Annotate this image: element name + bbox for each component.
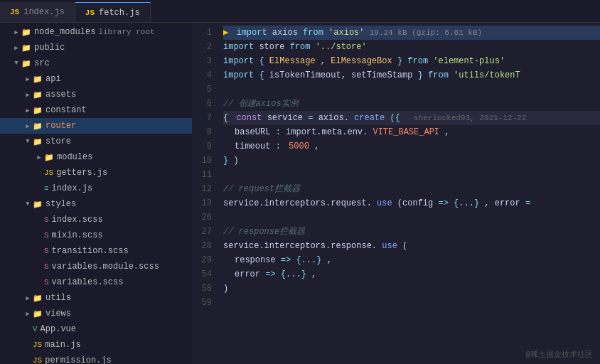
code-line-9: timeout : 5000 , <box>223 139 600 154</box>
tree-item-views[interactable]: ▶ 📁 views <box>0 306 192 321</box>
code-editor: 1 2 3 4 5 6 7 8 9 10 11 12 13 26 27 28 2… <box>192 23 600 364</box>
code-line-59 <box>223 296 600 310</box>
main-layout: ▶ 📁 node_modules library root ▶ 📁 public… <box>0 23 600 364</box>
code-text: , <box>444 127 449 137</box>
tab-fetch-js[interactable]: JS fetch.js <box>75 2 151 22</box>
watermark: @稀土掘金技术社区 <box>525 349 593 360</box>
code-line-10: } ) <box>223 154 600 168</box>
arrow: ▶ <box>23 294 33 302</box>
tree-item-variables-scss[interactable]: S variables.scss <box>0 274 192 290</box>
tree-item-utils[interactable]: ▶ 📁 utils <box>0 290 192 306</box>
item-label: transition.scss <box>52 246 129 256</box>
git-meta: sherlocked93, 2021-12-22 <box>414 114 526 122</box>
code-text: service.interceptors.response. <box>223 241 377 251</box>
code-text: , error <box>484 198 525 208</box>
folder-icon: 📁 <box>33 75 43 84</box>
code-line-7: { const service = axios. create ({ sherl… <box>223 111 600 125</box>
tree-item-main-js[interactable]: JS main.js <box>0 337 192 353</box>
code-text: import.meta.env. <box>286 127 368 137</box>
operator: => <box>265 269 275 279</box>
code-line-6: // 创建axios实例 <box>223 97 600 111</box>
folder-icon: 📁 <box>33 122 43 131</box>
folder-icon: 📁 <box>33 294 43 303</box>
arrow: ▶ <box>23 91 33 99</box>
folder-icon: 📁 <box>33 106 43 115</box>
tree-item-api[interactable]: ▶ 📁 api <box>0 71 192 87</box>
tree-item-src[interactable]: ▼ 📁 src <box>0 55 192 71</box>
tree-item-assets[interactable]: ▶ 📁 assets <box>0 87 192 102</box>
code-line-11 <box>223 168 600 182</box>
line-numbers: 1 2 3 4 5 6 7 8 9 10 11 12 13 26 27 28 2… <box>192 23 218 364</box>
tree-item-index-js[interactable]: ≡ index.js <box>0 181 192 196</box>
tree-item-app-vue[interactable]: V App.vue <box>0 321 192 337</box>
scss-icon: S <box>44 278 49 287</box>
code-text: { <box>223 113 228 123</box>
item-label: store <box>45 136 71 146</box>
operator: => <box>281 255 291 265</box>
comment: // response拦截器 <box>223 227 305 237</box>
tab-index-js[interactable]: JS index.js <box>0 2 75 22</box>
code-line-54: error => {...} , <box>223 267 600 282</box>
arrow: ▶ <box>23 122 33 130</box>
item-label: styles <box>45 199 76 209</box>
tree-item-modules[interactable]: ▶ 📁 modules <box>0 149 192 165</box>
keyword: import <box>223 56 254 66</box>
bracket: { <box>259 56 264 66</box>
code-text: ( <box>402 241 407 251</box>
tree-item-getters[interactable]: JS getters.js <box>0 165 192 181</box>
item-label: views <box>45 309 71 318</box>
tree-item-index-scss[interactable]: S index.scss <box>0 212 192 228</box>
tree-item-router[interactable]: ▶ 📁 router <box>0 118 192 134</box>
code-line-3: import { ElMessage , ElMessageBox } from… <box>223 54 600 68</box>
tree-item-permission[interactable]: JS permission.js <box>0 353 192 364</box>
tree-item-mixin-scss[interactable]: S mixin.scss <box>0 228 192 243</box>
tree-item-node-modules[interactable]: ▶ 📁 node_modules library root <box>0 24 192 40</box>
folder-icon: 📁 <box>33 137 43 146</box>
tree-item-variables-module-scss[interactable]: S variables.module.scss <box>0 259 192 274</box>
bracket: } <box>418 70 423 80</box>
js-file-icon: JS <box>44 168 53 177</box>
tree-item-transition-scss[interactable]: S transition.scss <box>0 243 192 259</box>
code-line-28: service.interceptors.response. use ( <box>223 239 600 253</box>
keyword: from <box>303 28 323 38</box>
scss-icon: S <box>44 247 49 255</box>
item-label: public <box>34 43 65 53</box>
scss-icon: S <box>44 262 49 271</box>
code-line-4: import { isTokenTimeout, setTimeStamp } … <box>223 68 600 82</box>
arrow: ▼ <box>23 200 33 208</box>
code-text: timeout <box>235 141 270 151</box>
js-icon: JS <box>85 9 95 17</box>
item-label: index.scss <box>52 215 103 225</box>
item-label: node_modules <box>34 27 95 37</box>
arrow: ▶ <box>11 44 21 52</box>
code-text: } <box>223 156 228 166</box>
code-content: 1 2 3 4 5 6 7 8 9 10 11 12 13 26 27 28 2… <box>192 23 600 364</box>
number: 5000 <box>289 141 309 151</box>
code-text: isTokenTimeout, setTimeStamp <box>269 70 418 80</box>
folder-icon: 📁 <box>33 200 43 209</box>
bracket: ({ <box>390 113 400 123</box>
folder-icon: 📁 <box>33 90 43 100</box>
code-text: , <box>321 56 331 66</box>
item-label: App.vue <box>41 324 76 334</box>
code-text: service.interceptors.request. <box>223 198 372 208</box>
operator: : <box>276 127 281 137</box>
function: use <box>382 241 397 251</box>
tree-item-styles[interactable]: ▼ 📁 styles <box>0 196 192 212</box>
tree-item-public[interactable]: ▶ 📁 public <box>0 40 192 55</box>
function: use <box>377 198 392 208</box>
tree-item-constant[interactable]: ▶ 📁 constant <box>0 102 192 118</box>
code-line-26 <box>223 210 600 225</box>
code-text: service <box>267 113 309 123</box>
tree-item-store[interactable]: ▼ 📁 store <box>0 134 192 149</box>
keyword: const <box>236 113 262 123</box>
code-line-58: ) <box>223 282 600 296</box>
js-icon: JS <box>33 356 42 364</box>
item-label: permission.js <box>45 355 112 364</box>
string: '../store' <box>316 42 367 52</box>
file-size-meta: 19.24 kB (gzip: 6.61 kB) <box>370 28 482 37</box>
item-label: variables.scss <box>52 277 124 287</box>
item-label: src <box>34 58 50 68</box>
code-text: axios <box>272 28 303 38</box>
code-line-1: ▶ import axios from 'axios' 19.24 kB (gz… <box>223 26 600 40</box>
